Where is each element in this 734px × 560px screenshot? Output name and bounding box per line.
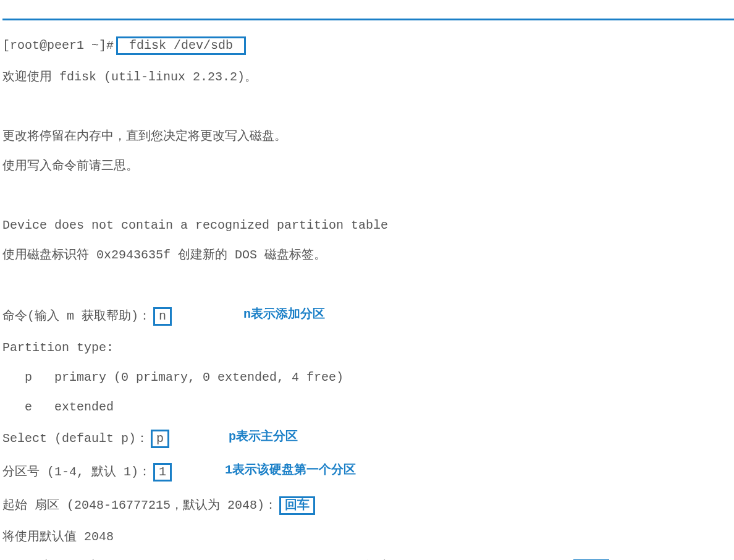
- box-p: p: [151, 430, 169, 448]
- line-select-p: Select (default p)：pp表示主分区: [2, 430, 734, 448]
- line-extended: e extended: [2, 400, 734, 415]
- line-warn1: 更改将停留在内存中，直到您决定将更改写入磁盘。: [2, 129, 734, 144]
- line-doslabel: 使用磁盘标识符 0x2943635f 创建新的 DOS 磁盘标签。: [2, 248, 734, 263]
- note-n: n表示添加分区: [243, 307, 325, 322]
- line-cmd-fdisk: [root@peer1 ~]# fdisk /dev/sdb: [2, 36, 734, 55]
- prompt-start: 起始 扇区 (2048-16777215，默认为 2048)：: [2, 498, 277, 512]
- box-1: 1: [153, 463, 172, 482]
- line-nopart: Device does not contain a recognized par…: [2, 218, 734, 233]
- divider-top: [2, 19, 734, 20]
- box-enter1: 回车: [279, 496, 315, 515]
- line-start: 起始 扇区 (2048-16777215，默认为 2048)：回车: [2, 496, 734, 515]
- note-1: 1表示该硬盘第一个分区: [225, 463, 356, 478]
- line-default1: 将使用默认值 2048: [2, 530, 734, 545]
- prompt-n: 命令(输入 m 获取帮助)：: [2, 309, 151, 323]
- line-primary: p primary (0 primary, 0 extended, 4 free…: [2, 370, 734, 385]
- line-cmd-n: 命令(输入 m 获取帮助)：nn表示添加分区: [2, 307, 734, 326]
- box-n: n: [153, 307, 172, 326]
- line-partnum: 分区号 (1-4, 默认 1)：11表示该硬盘第一个分区: [2, 463, 734, 482]
- line-parttype: Partition type:: [2, 341, 734, 355]
- cmd-fdisk-box: fdisk /dev/sdb: [116, 36, 246, 55]
- note-p: p表示主分区: [229, 430, 298, 444]
- terminal-output: [root@peer1 ~]# fdisk /dev/sdb 欢迎使用 fdis…: [0, 0, 734, 560]
- line-warn2: 使用写入命令前请三思。: [2, 159, 734, 174]
- line-welcome: 欢迎使用 fdisk (util-linux 2.23.2)。: [2, 70, 734, 85]
- prompt: [root@peer1 ~]#: [2, 38, 114, 53]
- prompt-p: Select (default p)：: [2, 431, 148, 446]
- prompt-1: 分区号 (1-4, 默认 1)：: [2, 465, 151, 479]
